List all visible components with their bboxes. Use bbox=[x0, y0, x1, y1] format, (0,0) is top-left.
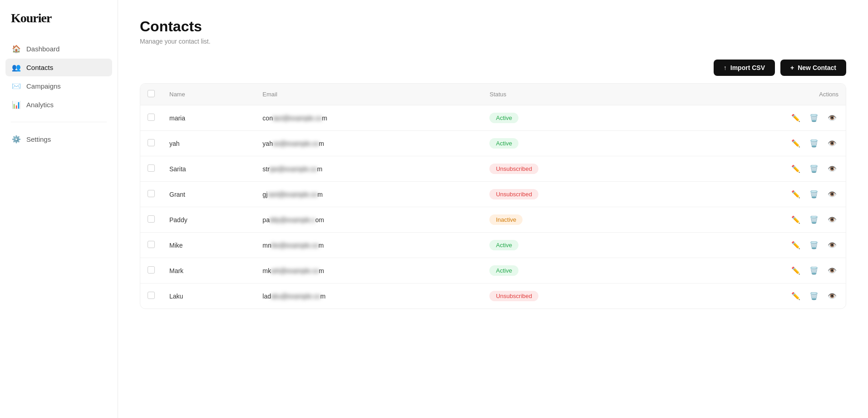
row-checkbox-cell bbox=[140, 207, 162, 233]
delete-icon[interactable]: 🗑️ bbox=[808, 163, 820, 175]
row-email: ladaku@example.com bbox=[255, 284, 482, 309]
delete-icon[interactable]: 🗑️ bbox=[808, 264, 820, 277]
row-checkbox-cell bbox=[140, 156, 162, 182]
email-end: m bbox=[317, 191, 323, 198]
row-checkbox[interactable] bbox=[148, 241, 155, 248]
view-icon[interactable]: 👁️ bbox=[826, 112, 838, 124]
row-email: contact@example.com bbox=[255, 105, 482, 131]
sidebar-item-settings[interactable]: ⚙️ Settings bbox=[5, 130, 112, 148]
email-visible: str bbox=[262, 165, 270, 173]
edit-icon[interactable]: ✏️ bbox=[789, 137, 802, 149]
page-header: Contacts Manage your contact list. bbox=[140, 18, 846, 45]
row-actions: ✏️ 🗑️ 👁️ bbox=[664, 131, 846, 156]
row-name: yah bbox=[162, 131, 255, 156]
page-title: Contacts bbox=[140, 18, 846, 35]
sidebar-item-campaigns[interactable]: ✉️ Campaigns bbox=[5, 77, 112, 95]
email-blurred: tact@example.co bbox=[273, 114, 322, 122]
view-icon[interactable]: 👁️ bbox=[826, 163, 838, 175]
row-status: Active bbox=[482, 233, 664, 258]
row-status: Active bbox=[482, 105, 664, 131]
email-blurred: ark@example.co bbox=[271, 267, 319, 274]
sidebar-item-dashboard[interactable]: 🏠 Dashboard bbox=[5, 40, 112, 58]
header-name: Name bbox=[162, 84, 255, 105]
row-checkbox[interactable] bbox=[148, 139, 155, 146]
campaigns-icon: ✉️ bbox=[12, 82, 21, 90]
plus-icon: + bbox=[790, 64, 794, 71]
table-row: Mark mkark@example.com Active ✏️ 🗑️ 👁️ bbox=[140, 258, 846, 284]
row-name: maria bbox=[162, 105, 255, 131]
edit-icon[interactable]: ✏️ bbox=[789, 290, 802, 302]
row-email: gjrant@example.com bbox=[255, 182, 482, 207]
row-checkbox-cell bbox=[140, 182, 162, 207]
home-icon: 🏠 bbox=[12, 45, 21, 53]
row-status: Unsubscribed bbox=[482, 156, 664, 182]
table-row: Mike mnike@example.com Active ✏️ 🗑️ 👁️ bbox=[140, 233, 846, 258]
email-visible: gj bbox=[262, 191, 267, 198]
edit-icon[interactable]: ✏️ bbox=[789, 239, 802, 251]
email-visible: lad bbox=[262, 293, 271, 300]
new-contact-button[interactable]: + New Contact bbox=[780, 60, 846, 76]
row-status: Unsubscribed bbox=[482, 182, 664, 207]
row-checkbox[interactable] bbox=[148, 190, 155, 197]
edit-icon[interactable]: ✏️ bbox=[789, 163, 802, 175]
email-end: m bbox=[319, 267, 324, 274]
view-icon[interactable]: 👁️ bbox=[826, 239, 838, 251]
header-email: Email bbox=[255, 84, 482, 105]
row-email: yahoo@example.com bbox=[255, 131, 482, 156]
sidebar-item-label: Analytics bbox=[26, 101, 54, 109]
row-actions: ✏️ 🗑️ 👁️ bbox=[664, 105, 846, 131]
table-body: maria contact@example.com Active ✏️ 🗑️ 👁… bbox=[140, 105, 846, 309]
email-end: m bbox=[320, 293, 326, 300]
row-email: mnike@example.com bbox=[255, 233, 482, 258]
sidebar-item-contacts[interactable]: 👥 Contacts bbox=[5, 59, 112, 76]
delete-icon[interactable]: 🗑️ bbox=[808, 239, 820, 251]
row-checkbox[interactable] bbox=[148, 164, 155, 172]
row-checkbox[interactable] bbox=[148, 292, 155, 299]
row-actions: ✏️ 🗑️ 👁️ bbox=[664, 284, 846, 309]
table-row: Grant gjrant@example.com Unsubscribed ✏️… bbox=[140, 182, 846, 207]
view-icon[interactable]: 👁️ bbox=[826, 290, 838, 302]
settings-icon: ⚙️ bbox=[12, 135, 21, 144]
row-checkbox-cell bbox=[140, 233, 162, 258]
edit-icon[interactable]: ✏️ bbox=[789, 112, 802, 124]
row-checkbox[interactable] bbox=[148, 266, 155, 274]
email-blurred: rant@example.co bbox=[267, 191, 317, 198]
delete-icon[interactable]: 🗑️ bbox=[808, 137, 820, 149]
row-actions: ✏️ 🗑️ 👁️ bbox=[664, 233, 846, 258]
email-end: m bbox=[322, 114, 327, 122]
contacts-table: Name Email Status Actions maria contact@… bbox=[140, 84, 846, 309]
delete-icon[interactable]: 🗑️ bbox=[808, 290, 820, 302]
sidebar-item-analytics[interactable]: 📊 Analytics bbox=[5, 96, 112, 114]
row-checkbox[interactable] bbox=[148, 215, 155, 223]
import-csv-button[interactable]: ↑ Import CSV bbox=[714, 60, 775, 76]
view-icon[interactable]: 👁️ bbox=[826, 214, 838, 226]
sidebar-item-label: Contacts bbox=[26, 64, 53, 71]
row-checkbox[interactable] bbox=[148, 114, 155, 121]
view-icon[interactable]: 👁️ bbox=[826, 137, 838, 149]
email-visible: pa bbox=[262, 216, 270, 224]
row-email: mkark@example.com bbox=[255, 258, 482, 284]
delete-icon[interactable]: 🗑️ bbox=[808, 112, 820, 124]
edit-icon[interactable]: ✏️ bbox=[789, 188, 802, 200]
row-name: Laku bbox=[162, 284, 255, 309]
email-blurred: ike@example.co bbox=[271, 242, 319, 249]
main-content: Contacts Manage your contact list. ↑ Imp… bbox=[118, 0, 868, 418]
delete-icon[interactable]: 🗑️ bbox=[808, 188, 820, 200]
delete-icon[interactable]: 🗑️ bbox=[808, 214, 820, 226]
email-end: m bbox=[317, 165, 322, 173]
row-actions: ✏️ 🗑️ 👁️ bbox=[664, 207, 846, 233]
email-end: m bbox=[319, 242, 324, 249]
row-name: Mark bbox=[162, 258, 255, 284]
view-icon[interactable]: 👁️ bbox=[826, 264, 838, 277]
status-badge: Active bbox=[489, 240, 518, 250]
edit-icon[interactable]: ✏️ bbox=[789, 214, 802, 226]
header-actions: Actions bbox=[664, 84, 846, 105]
sidebar-nav: 🏠 Dashboard 👥 Contacts ✉️ Campaigns 📊 An… bbox=[0, 40, 118, 148]
row-status: Inactive bbox=[482, 207, 664, 233]
view-icon[interactable]: 👁️ bbox=[826, 188, 838, 200]
edit-icon[interactable]: ✏️ bbox=[789, 264, 802, 277]
sidebar-item-label: Dashboard bbox=[26, 45, 59, 53]
status-badge: Active bbox=[489, 138, 518, 149]
row-actions: ✏️ 🗑️ 👁️ bbox=[664, 182, 846, 207]
select-all-checkbox[interactable] bbox=[148, 90, 155, 97]
